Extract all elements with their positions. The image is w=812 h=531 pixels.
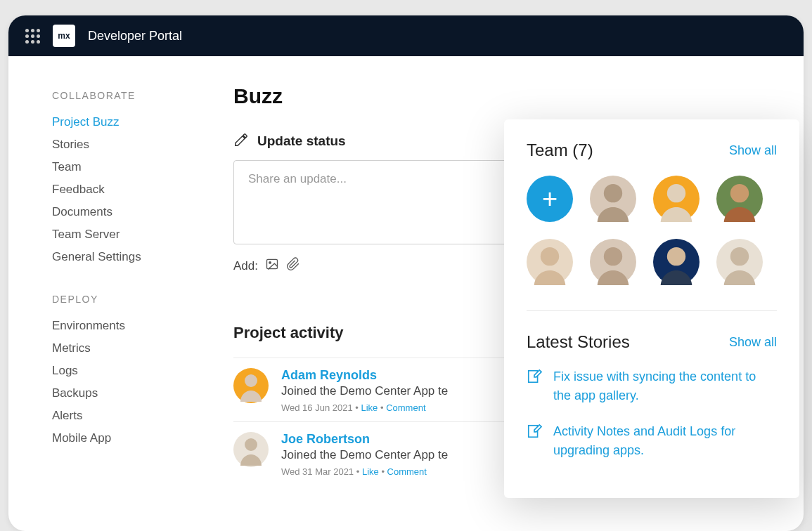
team-member[interactable]	[653, 239, 700, 285]
story-item: Fix issue with syncing the content to th…	[527, 367, 777, 405]
team-header: Team (7) Show all	[527, 140, 777, 160]
svg-point-1	[269, 262, 271, 264]
add-member-button[interactable]: +	[527, 176, 573, 222]
svg-point-4	[604, 184, 622, 202]
sidebar-item-metrics[interactable]: Metrics	[52, 337, 205, 360]
activity-date: Wed 31 Mar 2021	[281, 466, 354, 477]
sidebar-section-deploy: DEPLOY Environments Metrics Logs Backups…	[52, 294, 205, 450]
story-link[interactable]: Fix issue with syncing the content to th…	[553, 367, 777, 405]
apps-grid-icon[interactable]	[25, 29, 40, 44]
sidebar-item-logs[interactable]: Logs	[52, 360, 205, 382]
stories-title: Latest Stories	[527, 332, 630, 352]
svg-point-6	[730, 184, 749, 202]
svg-point-2	[245, 374, 257, 387]
side-panel: Team (7) Show all + Latest Stories Show …	[504, 119, 799, 498]
svg-point-10	[730, 247, 749, 266]
sidebar-label-deploy: DEPLOY	[52, 294, 205, 305]
sidebar-item-project-buzz[interactable]: Project Buzz	[52, 111, 205, 133]
story-link[interactable]: Activity Notes and Audit Logs for upgrad…	[553, 422, 777, 460]
pencil-icon	[233, 132, 249, 150]
sidebar-item-general-settings[interactable]: General Settings	[52, 246, 205, 268]
sidebar-item-backups[interactable]: Backups	[52, 382, 205, 405]
update-status-label: Update status	[257, 133, 346, 149]
svg-rect-0	[266, 259, 277, 268]
sidebar-section-collaborate: COLLABORATE Project Buzz Stories Team Fe…	[52, 90, 205, 268]
svg-point-3	[245, 438, 257, 451]
comment-link[interactable]: Comment	[386, 402, 425, 413]
team-member[interactable]	[590, 176, 636, 222]
avatar[interactable]	[233, 432, 269, 467]
divider	[527, 310, 777, 311]
status-placeholder-text: Share an update...	[248, 172, 347, 185]
topbar: mx Developer Portal	[8, 15, 804, 56]
activity-name[interactable]: Joe Robertson	[281, 432, 448, 447]
team-grid: +	[527, 176, 777, 285]
sidebar-item-alerts[interactable]: Alerts	[52, 405, 205, 427]
stories-showall-link[interactable]: Show all	[729, 335, 777, 350]
sidebar-item-environments[interactable]: Environments	[52, 315, 205, 337]
like-link[interactable]: Like	[362, 466, 379, 477]
activity-name[interactable]: Adam Reynolds	[281, 368, 448, 383]
team-member[interactable]	[716, 239, 763, 285]
sidebar-item-stories[interactable]: Stories	[52, 133, 205, 156]
activity-date: Wed 16 Jun 2021	[281, 402, 353, 413]
activity-meta: Wed 16 Jun 2021 • Like • Comment	[281, 402, 448, 413]
attachment-icon[interactable]	[286, 257, 300, 275]
stories-header: Latest Stories Show all	[527, 332, 777, 352]
svg-point-7	[541, 247, 559, 266]
topbar-title: Developer Portal	[88, 29, 182, 44]
team-member[interactable]	[716, 176, 763, 222]
svg-point-9	[667, 247, 685, 266]
add-label: Add:	[233, 259, 258, 273]
activity-text: Joined the Demo Center App te	[281, 448, 448, 462]
logo[interactable]: mx	[53, 25, 75, 47]
avatar[interactable]	[233, 368, 269, 403]
team-title: Team (7)	[527, 140, 593, 160]
sidebar-item-team-server[interactable]: Team Server	[52, 223, 205, 246]
team-member[interactable]	[527, 239, 573, 285]
team-member[interactable]	[653, 176, 700, 222]
story-item: Activity Notes and Audit Logs for upgrad…	[527, 422, 777, 460]
edit-note-icon	[527, 369, 542, 405]
activity-body: Adam Reynolds Joined the Demo Center App…	[281, 368, 448, 413]
svg-point-8	[604, 247, 622, 266]
team-member[interactable]	[590, 239, 636, 285]
activity-body: Joe Robertson Joined the Demo Center App…	[281, 432, 448, 477]
activity-text: Joined the Demo Center App te	[281, 384, 448, 398]
edit-note-icon	[527, 424, 542, 460]
sidebar-item-feedback[interactable]: Feedback	[52, 178, 205, 201]
sidebar-item-team[interactable]: Team	[52, 156, 205, 178]
sidebar-label-collaborate: COLLABORATE	[52, 90, 205, 101]
sidebar: COLLABORATE Project Buzz Stories Team Fe…	[8, 56, 205, 531]
image-icon[interactable]	[265, 257, 279, 275]
page-title: Buzz	[233, 84, 775, 108]
team-showall-link[interactable]: Show all	[729, 143, 777, 158]
sidebar-item-mobile-app[interactable]: Mobile App	[52, 427, 205, 450]
activity-meta: Wed 31 Mar 2021 • Like • Comment	[281, 466, 448, 477]
sidebar-item-documents[interactable]: Documents	[52, 201, 205, 223]
svg-point-5	[667, 184, 685, 202]
like-link[interactable]: Like	[361, 402, 378, 413]
comment-link[interactable]: Comment	[387, 466, 427, 477]
